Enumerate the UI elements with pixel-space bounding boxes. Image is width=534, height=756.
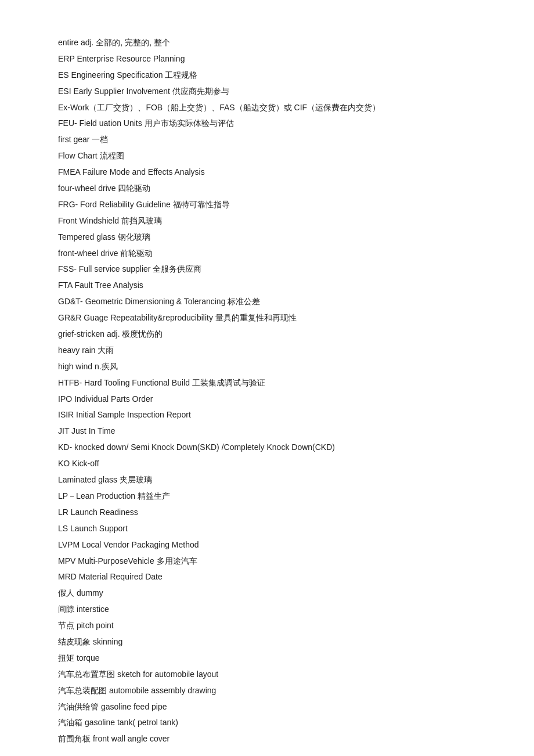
list-item: Front Windshield 前挡风玻璃: [58, 213, 476, 229]
list-item: GR&R Guage Repeatability&reproducibility…: [58, 310, 476, 326]
list-item: 汽油供给管 gasoline feed pipe: [58, 699, 476, 715]
list-item: first gear 一档: [58, 132, 476, 148]
list-item: KD- knocked down/ Semi Knock Down(SKD) /…: [58, 440, 476, 456]
list-item: high wind n.疾风: [58, 359, 476, 375]
list-item: ESI Early Supplier Involvement 供应商先期参与: [58, 84, 476, 100]
list-item: 结皮现象 skinning: [58, 634, 476, 650]
list-item: HTFB- Hard Tooling Functional Build 工装集成…: [58, 375, 476, 391]
list-item: FMEA Failure Mode and Effects Analysis: [58, 164, 476, 181]
list-item: four-wheel drive 四轮驱动: [58, 181, 476, 197]
list-item: FTA Fault Tree Analysis: [58, 278, 476, 294]
list-item: KO Kick-off: [58, 456, 476, 472]
list-item: LS Launch Support: [58, 521, 476, 537]
list-item: IPO Individual Parts Order: [58, 391, 476, 408]
list-item: JIT Just In Time: [58, 423, 476, 440]
list-item: grief-stricken adj. 极度忧伤的: [58, 326, 476, 343]
list-item: 间隙 interstice: [58, 602, 476, 618]
list-item: heavy rain 大雨: [58, 343, 476, 359]
list-item: ERP Enterprise Resource Planning: [58, 51, 476, 67]
glossary-list: entire adj. 全部的, 完整的, 整个ERP Enterprise R…: [58, 35, 476, 747]
list-item: 前围角板 front wall angle cover: [58, 731, 476, 747]
list-item: 汽车总布置草图 sketch for automobile layout: [58, 667, 476, 683]
list-item: LR Launch Readiness: [58, 505, 476, 521]
list-item: ES Engineering Specification 工程规格: [58, 67, 476, 84]
list-item: Ex-Work（工厂交货）、FOB（船上交货）、FAS（船边交货）或 CIF（运…: [58, 100, 476, 116]
list-item: entire adj. 全部的, 完整的, 整个: [58, 35, 476, 51]
list-item: GD&T- Geometric Dimensioning & Toleranci…: [58, 294, 476, 310]
list-item: FSS- Full service supplier 全服务供应商: [58, 261, 476, 278]
list-item: 假人 dummy: [58, 585, 476, 602]
list-item: LP－Lean Production 精益生产: [58, 488, 476, 505]
list-item: 汽油箱 gasoline tank( petrol tank): [58, 715, 476, 731]
list-item: FEU- Field uation Units 用户市场实际体验与评估: [58, 116, 476, 132]
list-item: 扭矩 torque: [58, 650, 476, 667]
list-item: MRD Material Required Date: [58, 569, 476, 585]
list-item: Laminated glass 夹层玻璃: [58, 472, 476, 488]
list-item: ISIR Initial Sample Inspection Report: [58, 407, 476, 423]
list-item: 节点 pitch point: [58, 618, 476, 634]
list-item: MPV Multi-PurposeVehicle 多用途汽车: [58, 553, 476, 570]
list-item: LVPM Local Vendor Packaging Method: [58, 537, 476, 553]
list-item: FRG- Ford Reliability Guideline 福特可靠性指导: [58, 197, 476, 213]
list-item: front-wheel drive 前轮驱动: [58, 246, 476, 262]
list-item: Flow Chart 流程图: [58, 148, 476, 164]
list-item: 汽车总装配图 automobile assembly drawing: [58, 683, 476, 699]
list-item: Tempered glass 钢化玻璃: [58, 229, 476, 246]
